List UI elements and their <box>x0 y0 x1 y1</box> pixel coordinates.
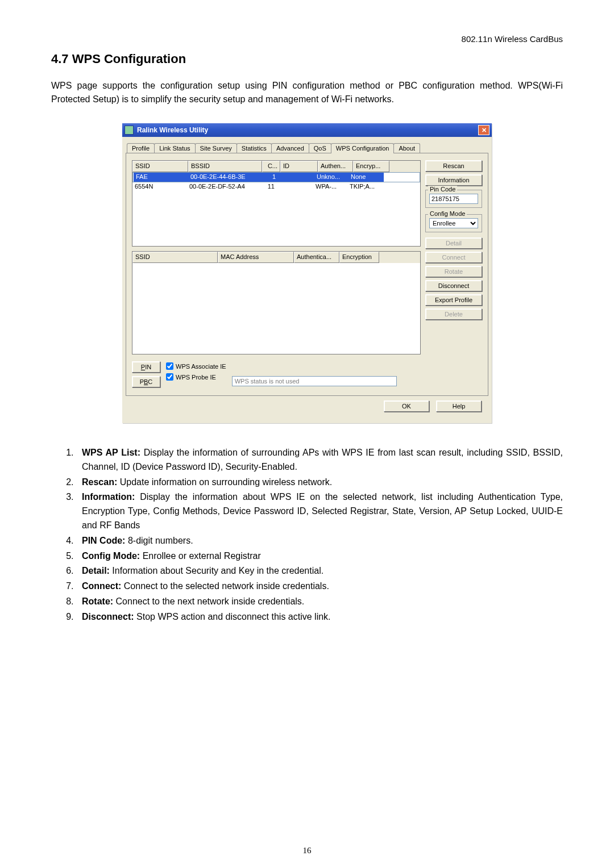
list-item: Detail: Information about Security and K… <box>76 564 563 578</box>
information-button[interactable]: Information <box>425 174 482 186</box>
pin-button[interactable]: PIN <box>132 361 160 373</box>
list-item: Config Mode: Enrollee or external Regist… <box>76 549 563 564</box>
col-id[interactable]: ID <box>280 161 318 172</box>
export-profile-button[interactable]: Export Profile <box>425 294 482 306</box>
pin-code-input[interactable] <box>429 194 478 204</box>
list-item: Rescan: Update information on surroundin… <box>76 475 563 490</box>
window-title: Ralink Wireless Utility <box>137 126 208 134</box>
detail-button[interactable]: Detail <box>425 237 482 249</box>
tab-content: SSID BSSID C... ID Authen... Encryp... F… <box>126 153 488 396</box>
list-item: PIN Code: 8-digit numbers. <box>76 534 563 548</box>
tab-qos[interactable]: QoS <box>309 143 331 153</box>
ap-list-header: SSID BSSID C... ID Authen... Encryp... <box>132 161 420 172</box>
ap-row[interactable]: FAE 00-0E-2E-44-6B-3E 1 Unkno... None <box>132 172 420 182</box>
disconnect-button[interactable]: Disconnect <box>425 280 482 291</box>
page-header: 802.11n Wireless CardBus <box>51 34 563 44</box>
tabstrip: Profile Link Status Site Survey Statisti… <box>127 143 488 153</box>
col-encryp[interactable]: Encryp... <box>353 161 389 172</box>
list-item: Rotate: Connect to the next network insi… <box>76 595 563 609</box>
tab-link-status[interactable]: Link Status <box>154 143 195 153</box>
ap-list[interactable]: SSID BSSID C... ID Authen... Encryp... F… <box>132 160 421 247</box>
col-authen[interactable]: Authen... <box>318 161 353 172</box>
page-number: 16 <box>0 846 614 856</box>
close-icon[interactable]: ✕ <box>478 125 489 135</box>
tab-advanced[interactable]: Advanced <box>271 143 309 153</box>
wps-probe-ie-checkbox[interactable]: WPS Probe IE <box>166 373 226 381</box>
credential-header: SSID MAC Address Authentica... Encryptio… <box>132 252 420 263</box>
description-list: WPS AP List: Display the information of … <box>51 446 563 624</box>
wps-window: Ralink Wireless Utility ✕ Profile Link S… <box>122 123 492 423</box>
config-mode-group: Config Mode Enrollee <box>425 214 482 232</box>
delete-button[interactable]: Delete <box>425 308 482 320</box>
col-mac[interactable]: MAC Address <box>218 252 294 263</box>
help-button[interactable]: Help <box>436 400 482 412</box>
wps-status: WPS status is not used <box>232 376 397 386</box>
titlebar: Ralink Wireless Utility ✕ <box>122 123 492 137</box>
rotate-button[interactable]: Rotate <box>425 266 482 277</box>
tab-profile[interactable]: Profile <box>127 143 155 153</box>
tab-site-survey[interactable]: Site Survey <box>195 143 237 153</box>
tab-wps-configuration[interactable]: WPS Configuration <box>331 143 395 153</box>
config-mode-label: Config Mode <box>428 210 467 217</box>
tab-about[interactable]: About <box>393 143 420 153</box>
connect-button[interactable]: Connect <box>425 252 482 263</box>
config-mode-select[interactable]: Enrollee <box>429 218 478 228</box>
list-item: WPS AP List: Display the information of … <box>76 446 563 474</box>
ok-button[interactable]: OK <box>384 400 429 412</box>
col-auth2[interactable]: Authentica... <box>294 252 339 263</box>
app-icon <box>125 126 134 135</box>
pin-code-label: Pin Code <box>428 186 457 193</box>
list-item: Information: Display the information abo… <box>76 490 563 532</box>
col-enc2[interactable]: Encryption <box>339 252 379 263</box>
list-item: Connect: Connect to the selected network… <box>76 579 563 594</box>
col-bssid[interactable]: BSSID <box>188 161 262 172</box>
credential-list[interactable]: SSID MAC Address Authentica... Encryptio… <box>132 251 421 354</box>
section-heading: 4.7 WPS Configuration <box>51 52 563 66</box>
pbc-button[interactable]: PBC <box>132 376 160 387</box>
tab-statistics[interactable]: Statistics <box>237 143 272 153</box>
wps-associate-ie-checkbox[interactable]: WPS Associate IE <box>166 362 226 370</box>
pin-code-group: Pin Code <box>425 190 482 208</box>
col-ssid2[interactable]: SSID <box>132 252 218 263</box>
intro-text: WPS page supports the configuration setu… <box>51 79 563 106</box>
list-item: Disconnect: Stop WPS action and disconne… <box>76 610 563 624</box>
rescan-button[interactable]: Rescan <box>425 160 482 172</box>
ap-row[interactable]: 6554N 00-0E-2E-DF-52-A4 11 WPA-... TKIP;… <box>132 182 420 191</box>
col-channel[interactable]: C... <box>262 161 280 172</box>
col-ssid[interactable]: SSID <box>132 161 188 172</box>
